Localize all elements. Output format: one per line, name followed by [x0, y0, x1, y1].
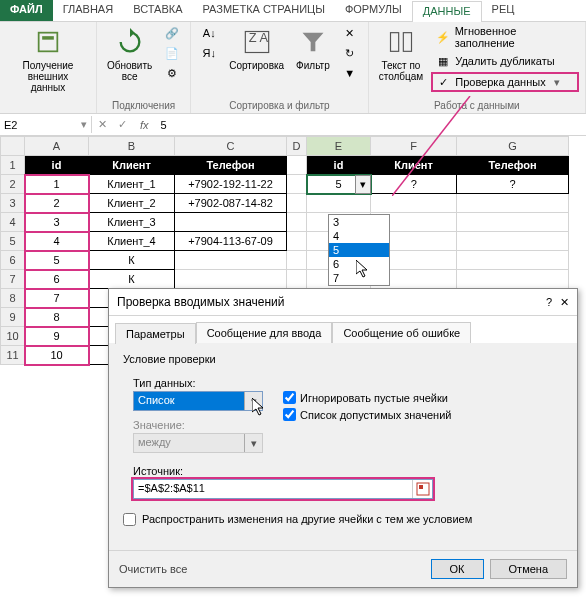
cell[interactable]: Телефон: [457, 156, 569, 175]
dropdown-item[interactable]: 3: [329, 215, 389, 229]
text-to-columns-button[interactable]: Текст по столбцам: [375, 24, 428, 84]
col-header-C[interactable]: C: [175, 137, 287, 156]
tab-parameters[interactable]: Параметры: [115, 323, 196, 344]
cell[interactable]: ?: [457, 175, 569, 194]
cell[interactable]: [175, 213, 287, 232]
close-button[interactable]: ✕: [560, 296, 569, 309]
cancel-button[interactable]: Отмена: [490, 559, 567, 579]
row-header[interactable]: 11: [1, 346, 25, 365]
tab-home[interactable]: ГЛАВНАЯ: [53, 0, 123, 21]
clear-all-button[interactable]: Очистить все: [119, 563, 187, 575]
cell[interactable]: ?: [371, 175, 457, 194]
ok-button[interactable]: ОК: [431, 559, 484, 579]
cell[interactable]: К: [89, 251, 175, 270]
select-all-corner[interactable]: [1, 137, 25, 156]
reapply-button[interactable]: ↻: [338, 44, 362, 62]
selected-cell[interactable]: 5▾: [307, 175, 371, 194]
cell[interactable]: 7: [25, 289, 89, 308]
remove-duplicates-button[interactable]: ▦Удалить дубликаты: [431, 52, 579, 70]
cell[interactable]: 5: [25, 251, 89, 270]
cell[interactable]: Клиент_4: [89, 232, 175, 251]
row-header[interactable]: 6: [1, 251, 25, 270]
in-cell-dropdown-checkbox[interactable]: Список допустимых значений: [283, 408, 451, 421]
cell[interactable]: [287, 156, 307, 175]
tab-data[interactable]: ДАННЫЕ: [412, 1, 482, 22]
cell[interactable]: [457, 194, 569, 213]
cell[interactable]: [287, 194, 307, 213]
row-header[interactable]: 4: [1, 213, 25, 232]
cell[interactable]: 4: [25, 232, 89, 251]
cell[interactable]: [287, 270, 307, 289]
cell[interactable]: К: [89, 270, 175, 289]
advanced-filter-button[interactable]: ▼: [338, 64, 362, 82]
sort-desc-button[interactable]: Я↓: [197, 44, 221, 62]
dropdown-item[interactable]: 7: [329, 271, 389, 285]
tab-review[interactable]: РЕЦ: [482, 0, 525, 21]
sort-asc-button[interactable]: A↓: [197, 24, 221, 42]
row-header[interactable]: 8: [1, 289, 25, 308]
tab-insert[interactable]: ВСТАВКА: [123, 0, 192, 21]
cell[interactable]: 1: [25, 175, 89, 194]
cell[interactable]: Клиент_2: [89, 194, 175, 213]
col-header-F[interactable]: F: [371, 137, 457, 156]
help-button[interactable]: ?: [546, 296, 552, 309]
cell[interactable]: Клиент_1: [89, 175, 175, 194]
ignore-blank-checkbox[interactable]: Игнорировать пустые ячейки: [283, 391, 451, 404]
row-header[interactable]: 1: [1, 156, 25, 175]
row-header[interactable]: 3: [1, 194, 25, 213]
validation-dropdown[interactable]: 3 4 5 6 7: [328, 214, 390, 286]
dropdown-item[interactable]: 4: [329, 229, 389, 243]
tab-input-message[interactable]: Сообщение для ввода: [196, 322, 333, 343]
cell[interactable]: [457, 270, 569, 289]
col-header-E[interactable]: E: [307, 137, 371, 156]
cell[interactable]: Клиент: [89, 156, 175, 175]
edit-links-item[interactable]: ⚙: [160, 64, 184, 82]
col-header-A[interactable]: A: [25, 137, 89, 156]
dropdown-item[interactable]: 6: [329, 257, 389, 271]
cell[interactable]: [287, 232, 307, 251]
col-header-G[interactable]: G: [457, 137, 569, 156]
cell[interactable]: +7902-192-11-22: [175, 175, 287, 194]
cell[interactable]: 10: [25, 346, 89, 365]
cell[interactable]: [175, 251, 287, 270]
cell[interactable]: [371, 194, 457, 213]
propagate-checkbox[interactable]: [123, 513, 136, 526]
tab-error-alert[interactable]: Сообщение об ошибке: [332, 322, 471, 343]
cell[interactable]: Клиент: [371, 156, 457, 175]
cell[interactable]: [457, 232, 569, 251]
cell[interactable]: id: [307, 156, 371, 175]
cell[interactable]: [287, 213, 307, 232]
cell[interactable]: id: [25, 156, 89, 175]
row-header[interactable]: 10: [1, 327, 25, 346]
clear-filter-button[interactable]: ✕: [338, 24, 362, 42]
cell[interactable]: 3: [25, 213, 89, 232]
refresh-all-button[interactable]: Обновить все: [103, 24, 156, 84]
range-select-button[interactable]: [412, 480, 432, 498]
cell[interactable]: 8: [25, 308, 89, 327]
cell[interactable]: [457, 213, 569, 232]
tab-formulas[interactable]: ФОРМУЛЫ: [335, 0, 412, 21]
row-header[interactable]: 2: [1, 175, 25, 194]
cell[interactable]: [307, 194, 371, 213]
flash-fill-button[interactable]: ⚡Мгновенное заполнение: [431, 24, 579, 50]
row-header[interactable]: 5: [1, 232, 25, 251]
cell[interactable]: [457, 251, 569, 270]
cell[interactable]: +7904-113-67-09: [175, 232, 287, 251]
tab-file[interactable]: ФАЙЛ: [0, 0, 53, 21]
cell[interactable]: Телефон: [175, 156, 287, 175]
cell[interactable]: [287, 251, 307, 270]
cell[interactable]: [175, 270, 287, 289]
cancel-formula-button[interactable]: ✕: [92, 118, 112, 131]
formula-input[interactable]: 5: [157, 117, 586, 133]
data-validation-button[interactable]: ✓Проверка данных▾: [431, 72, 579, 92]
get-external-data-button[interactable]: Получение внешних данных: [6, 24, 90, 95]
properties-item[interactable]: 📄: [160, 44, 184, 62]
tab-layout[interactable]: РАЗМЕТКА СТРАНИЦЫ: [192, 0, 334, 21]
cell[interactable]: Клиент_3: [89, 213, 175, 232]
sort-button[interactable]: Z A Сортировка: [225, 24, 288, 73]
source-input[interactable]: =$A$2:$A$11: [133, 479, 433, 499]
filter-button[interactable]: Фильтр: [292, 24, 334, 73]
connections-item[interactable]: 🔗: [160, 24, 184, 42]
row-header[interactable]: 7: [1, 270, 25, 289]
fx-icon[interactable]: fx: [132, 119, 157, 131]
